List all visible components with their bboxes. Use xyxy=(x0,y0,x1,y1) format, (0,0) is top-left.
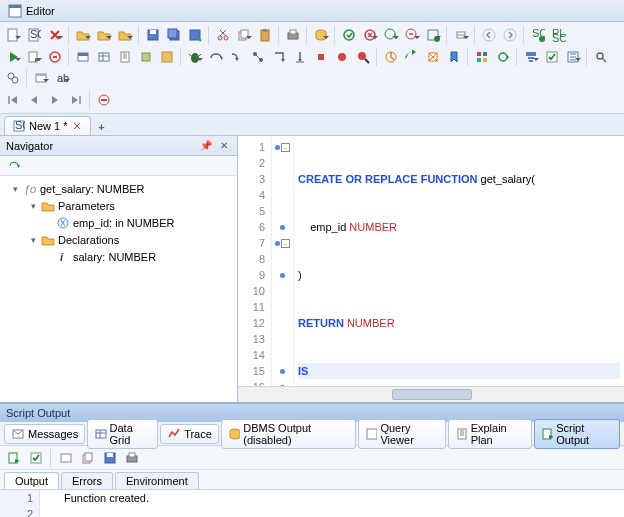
nav-first-button[interactable] xyxy=(3,90,23,110)
tree-decl-salary[interactable]: i salary: NUMBER xyxy=(0,248,237,265)
code-body[interactable]: CREATE OR REPLACE FUNCTION get_salary( e… xyxy=(294,136,624,386)
plsql-recall-button[interactable]: PLSQL xyxy=(549,25,569,45)
svg-rect-74 xyxy=(483,58,487,62)
subtab-output[interactable]: Output xyxy=(4,472,59,489)
stop-button[interactable] xyxy=(45,47,65,67)
compile-button[interactable] xyxy=(472,47,492,67)
execute-script-button[interactable] xyxy=(24,47,44,67)
close-icon[interactable]: ✕ xyxy=(217,140,231,151)
font-button[interactable]: ab xyxy=(52,68,72,88)
debug-button[interactable] xyxy=(185,47,205,67)
session-add-button[interactable]: + xyxy=(381,25,401,45)
tab-queryviewer[interactable]: Query Viewer xyxy=(358,419,446,449)
svg-marker-57 xyxy=(221,56,223,60)
new-button[interactable] xyxy=(3,25,23,45)
debug-run-button[interactable] xyxy=(269,47,289,67)
breakpoint-clear-button[interactable] xyxy=(353,47,373,67)
save-button[interactable] xyxy=(143,25,163,45)
doc-tab-new1[interactable]: SQL New 1 * xyxy=(4,116,91,135)
save-all-button[interactable] xyxy=(164,25,184,45)
tab-scriptoutput[interactable]: Script Output xyxy=(534,419,620,449)
filter-button[interactable] xyxy=(521,47,541,67)
fold-gutter[interactable]: - - xyxy=(272,136,294,386)
paste-button[interactable] xyxy=(255,25,275,45)
nav-prev-button[interactable] xyxy=(24,90,44,110)
delete-button[interactable] xyxy=(45,25,65,45)
check-button[interactable] xyxy=(542,47,562,67)
debug-to-button[interactable] xyxy=(290,47,310,67)
pin-icon[interactable]: 📌 xyxy=(197,140,215,151)
navigator-tree[interactable]: ▾ ƒo get_salary: NUMBER ▾ Parameters x e… xyxy=(0,176,237,402)
debug-step-over-button[interactable] xyxy=(206,47,226,67)
session-switch-button[interactable] xyxy=(423,25,443,45)
code-editor[interactable]: 12345678 910111213141516 - - CREATE OR R… xyxy=(238,136,624,386)
close-tab-icon[interactable] xyxy=(72,121,82,131)
so-copy-button[interactable] xyxy=(78,448,98,468)
output-grid[interactable]: 12 Function created. xyxy=(0,490,624,517)
format2-button[interactable] xyxy=(157,47,177,67)
sql-recall-button[interactable]: SQL xyxy=(528,25,548,45)
tab-trace[interactable]: Trace xyxy=(160,424,219,444)
tree-decls[interactable]: ▾ Declarations xyxy=(0,231,237,248)
nav-fwd-button[interactable] xyxy=(500,25,520,45)
print-button[interactable] xyxy=(283,25,303,45)
tree-root[interactable]: ▾ ƒo get_salary: NUMBER xyxy=(0,180,237,197)
addin-button[interactable] xyxy=(423,47,443,67)
tuning-button[interactable] xyxy=(381,47,401,67)
tab-messages[interactable]: Messages xyxy=(4,424,85,444)
open-button[interactable] xyxy=(73,25,93,45)
open-recent-button[interactable] xyxy=(94,25,114,45)
doc-tabs: SQL New 1 * + xyxy=(0,114,624,136)
so-clear-button[interactable] xyxy=(56,448,76,468)
schema-button[interactable] xyxy=(311,25,331,45)
save-as-button[interactable] xyxy=(185,25,205,45)
options-button[interactable] xyxy=(451,25,471,45)
refresh-button[interactable] xyxy=(493,47,513,67)
tree-param-empid[interactable]: x emp_id: in NUMBER xyxy=(0,214,237,231)
add-tab-button[interactable]: + xyxy=(93,119,111,135)
debug-step-button[interactable] xyxy=(248,47,268,67)
debug-halt-button[interactable] xyxy=(311,47,331,67)
breakpoint-button[interactable] xyxy=(332,47,352,67)
svg-point-67 xyxy=(358,52,366,60)
copy-button[interactable] xyxy=(234,25,254,45)
nav-next-button[interactable] xyxy=(45,90,65,110)
so-print-button[interactable] xyxy=(122,448,142,468)
subtab-env[interactable]: Environment xyxy=(115,472,199,489)
rollback-button[interactable] xyxy=(360,25,380,45)
nav-back-button[interactable] xyxy=(479,25,499,45)
session-end-button[interactable] xyxy=(402,25,422,45)
sql-new-button[interactable]: SQL xyxy=(24,25,44,45)
so-save-button[interactable] xyxy=(100,448,120,468)
subtab-errors[interactable]: Errors xyxy=(61,472,113,489)
so-check-button[interactable] xyxy=(26,448,46,468)
so-run-button[interactable] xyxy=(4,448,24,468)
editor-hscroll[interactable] xyxy=(238,386,624,402)
view-button[interactable] xyxy=(31,68,51,88)
recall-button[interactable] xyxy=(402,47,422,67)
row-stop-button[interactable] xyxy=(94,90,114,110)
nav-refresh-button[interactable] xyxy=(4,156,24,176)
tree-params[interactable]: ▾ Parameters xyxy=(0,197,237,214)
bookmark-button[interactable] xyxy=(444,47,464,67)
table-button[interactable] xyxy=(73,47,93,67)
tab-explain[interactable]: Explain Plan xyxy=(448,419,532,449)
tab-dbms[interactable]: DBMS Output (disabled) xyxy=(221,419,356,449)
format-button[interactable] xyxy=(136,47,156,67)
svg-rect-31 xyxy=(428,30,438,40)
sort-button[interactable] xyxy=(563,47,583,67)
describe-button[interactable] xyxy=(94,47,114,67)
explain-plan-button[interactable] xyxy=(115,47,135,67)
debug-step-in-button[interactable] xyxy=(227,47,247,67)
commit-button[interactable] xyxy=(339,25,359,45)
svg-marker-89 xyxy=(11,96,17,104)
editor-icon xyxy=(8,4,22,18)
svg-rect-121 xyxy=(107,453,113,457)
execute-button[interactable] xyxy=(3,47,23,67)
tab-datagrid[interactable]: Data Grid xyxy=(87,419,158,449)
nav-last-button[interactable] xyxy=(66,90,86,110)
find-next-button[interactable] xyxy=(3,68,23,88)
cut-button[interactable] xyxy=(213,25,233,45)
find-button[interactable] xyxy=(591,47,611,67)
open-project-button[interactable] xyxy=(115,25,135,45)
